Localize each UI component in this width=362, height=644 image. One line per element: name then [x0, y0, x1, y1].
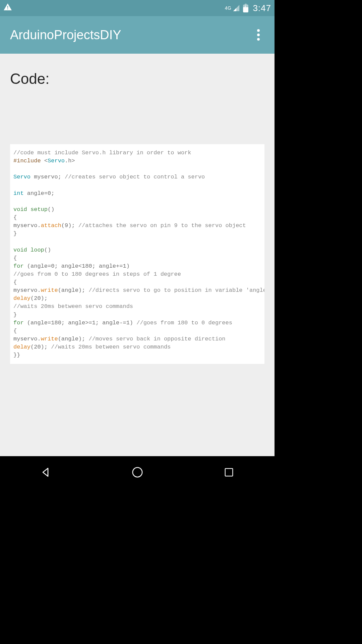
code-token: ()	[44, 247, 51, 253]
svg-point-0	[257, 29, 260, 32]
code-token: (20);	[31, 295, 48, 302]
code-token: //moves servo back in opposite direction	[88, 336, 225, 342]
code-token: {	[13, 255, 17, 261]
code-token: //waits 20ms between servo commands	[51, 344, 171, 350]
code-token: {	[13, 279, 17, 285]
code-token: loop	[31, 247, 44, 253]
code-token: angle=0;	[27, 190, 55, 197]
code-token: write	[41, 336, 58, 342]
recents-button[interactable]	[209, 462, 249, 482]
code-token: //creates servo object to control a serv…	[65, 174, 205, 180]
code-token: .h>	[65, 158, 75, 164]
code-token: //goes from 180 to 0 degrees	[136, 320, 232, 326]
code-token: {	[13, 328, 17, 334]
content-area[interactable]: Code: //code must include Servo.h librar…	[0, 54, 275, 456]
code-token: delay	[13, 344, 31, 350]
code-token: void	[13, 247, 31, 253]
overflow-menu-button[interactable]	[249, 25, 268, 44]
svg-point-2	[257, 38, 260, 41]
code-token: //directs servo to go to position in var…	[88, 287, 264, 293]
code-token: Servo	[13, 174, 34, 180]
code-token: void	[13, 206, 31, 213]
code-token: (9);	[61, 222, 78, 229]
code-token: (20);	[31, 344, 51, 350]
code-token: (angle);	[58, 336, 89, 342]
code-token: //goes from 0 to 180 degrees in steps of…	[13, 271, 181, 277]
signal-icon	[233, 4, 240, 12]
back-button[interactable]	[26, 462, 66, 482]
code-token: (angle=0; angle<180; angle+=1)	[27, 263, 130, 269]
app-bar: ArduinoProjectsDIY	[0, 16, 275, 54]
code-token: for	[13, 263, 27, 269]
svg-rect-4	[225, 469, 233, 476]
code-token: myservo.	[13, 287, 41, 293]
svg-point-3	[132, 468, 142, 477]
code-token: for	[13, 320, 27, 326]
code-token: delay	[13, 295, 31, 302]
code-token: #include	[13, 158, 44, 164]
recents-icon	[224, 467, 234, 477]
svg-point-1	[257, 34, 260, 36]
screen: 4G 3:47 ArduinoProjectsDIY Code: //code …	[0, 0, 275, 488]
status-left	[3, 3, 12, 13]
code-token: attach	[41, 222, 61, 229]
status-right: 4G 3:47	[225, 3, 271, 13]
warning-icon	[3, 3, 12, 13]
home-button[interactable]	[117, 462, 158, 482]
code-token: {	[13, 214, 17, 221]
code-line: //code must include Servo.h library in o…	[13, 150, 191, 156]
status-bar: 4G 3:47	[0, 0, 275, 16]
code-block: //code must include Servo.h library in o…	[10, 144, 264, 364]
app-title: ArduinoProjectsDIY	[10, 28, 121, 42]
code-token: //attaches the servo on pin 9 to the ser…	[78, 222, 246, 229]
code-token: myservo;	[34, 174, 65, 180]
code-token: //waits 20ms between servo commands	[13, 303, 133, 310]
more-vert-icon	[257, 29, 260, 41]
code-token: ()	[48, 206, 54, 213]
status-clock: 3:47	[253, 3, 271, 13]
code-token: int	[13, 190, 27, 197]
home-icon	[132, 467, 143, 478]
code-token: (angle);	[58, 287, 89, 293]
battery-charging-icon	[243, 4, 249, 12]
code-token: myservo.	[13, 222, 41, 229]
code-token: (angle=180; angle>=1; angle-=1)	[27, 320, 136, 326]
code-token: <	[44, 158, 48, 164]
back-icon	[40, 466, 52, 478]
code-token: }	[13, 230, 17, 237]
code-token: setup	[31, 206, 48, 213]
section-heading: Code:	[0, 54, 275, 94]
network-type-label: 4G	[225, 5, 232, 11]
code-token: write	[41, 287, 58, 293]
code-token: Servo	[48, 158, 65, 164]
code-token: myservo.	[13, 336, 41, 342]
code-token: }	[13, 312, 17, 318]
navigation-bar	[0, 456, 275, 488]
code-token: }}	[13, 352, 20, 358]
